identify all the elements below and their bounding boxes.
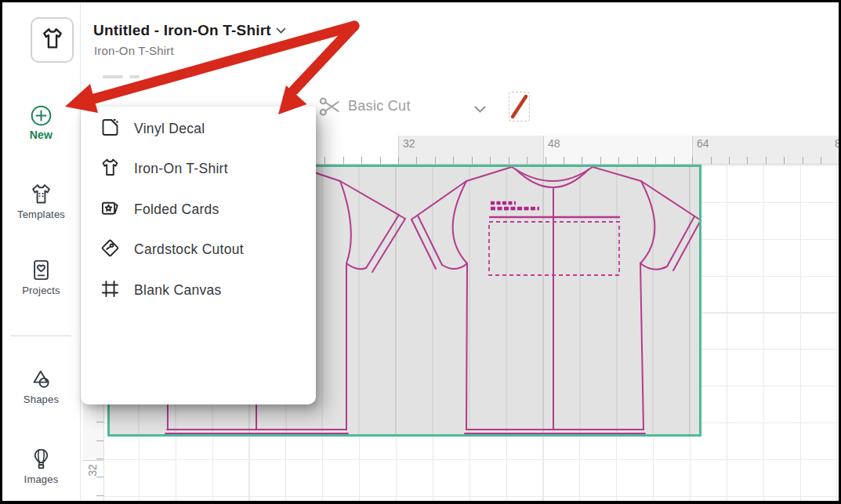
ruler-label-80: 8 bbox=[835, 137, 841, 150]
sidebar-item-images[interactable]: Images bbox=[2, 447, 80, 485]
cardstock-cutout-icon bbox=[100, 237, 121, 262]
menu-item-iron-on-tshirt[interactable]: Iron-On T-Shirt bbox=[81, 151, 316, 186]
menu-item-label: Folded Cards bbox=[134, 201, 219, 218]
tshirt-icon bbox=[40, 26, 65, 54]
sidebar-item-label: New bbox=[2, 129, 80, 141]
color-swatch-none[interactable] bbox=[509, 92, 530, 121]
ruler-label-64: 64 bbox=[697, 137, 709, 150]
sidebar-item-new[interactable]: New bbox=[2, 105, 80, 141]
page-title: Untitled - Iron-On T-Shirt bbox=[93, 22, 271, 39]
sidebar-item-label: Shapes bbox=[2, 393, 80, 405]
menu-item-label: Blank Canvas bbox=[134, 282, 222, 299]
templates-tshirt-icon bbox=[2, 182, 80, 206]
menu-item-folded-cards[interactable]: Folded Cards bbox=[81, 192, 316, 227]
app-window: 32 48 64 8 32 bbox=[0, 0, 841, 504]
project-subtitle: Iron-On T-Shirt bbox=[94, 44, 174, 57]
sidebar-item-templates[interactable]: Templates bbox=[2, 182, 80, 220]
menu-item-label: Cardstock Cutout bbox=[134, 241, 244, 258]
menu-item-cardstock-cutout[interactable]: Cardstock Cutout bbox=[81, 232, 316, 267]
menu-item-label: Vinyl Decal bbox=[134, 121, 205, 137]
menu-item-vinyl-decal[interactable]: Vinyl Decal bbox=[81, 111, 316, 146]
menu-item-blank-canvas[interactable]: Blank Canvas bbox=[81, 273, 316, 307]
project-type-icon-box[interactable] bbox=[31, 17, 74, 63]
new-project-dropdown-menu: Vinyl Decal Iron-On T-Shirt Folded Cards bbox=[81, 107, 316, 404]
ruler-label-v32: 32 bbox=[86, 462, 99, 478]
operation-select-label[interactable]: Basic Cut bbox=[348, 98, 411, 114]
scissors-icon bbox=[318, 95, 342, 121]
sidebar-item-label: Templates bbox=[2, 208, 80, 220]
sidebar-item-shapes[interactable]: Shapes bbox=[2, 367, 80, 405]
sidebar-divider bbox=[10, 335, 71, 336]
iron-on-tshirt-icon bbox=[100, 157, 121, 181]
sidebar: New Templates Projects bbox=[2, 2, 81, 501]
hidden-toolbar-fragment bbox=[103, 75, 123, 78]
sidebar-item-label: Projects bbox=[2, 285, 80, 296]
menu-item-label: Iron-On T-Shirt bbox=[134, 161, 228, 177]
new-plus-icon bbox=[2, 105, 80, 126]
sidebar-item-projects[interactable]: Projects bbox=[2, 258, 80, 296]
images-balloon-icon bbox=[2, 447, 80, 471]
blank-canvas-icon bbox=[100, 278, 121, 303]
ruler-label-48: 48 bbox=[548, 137, 560, 150]
hidden-toolbar-fragment bbox=[129, 75, 140, 78]
folded-cards-icon bbox=[100, 198, 121, 222]
shapes-icon bbox=[2, 367, 80, 391]
project-title-row[interactable]: Untitled - Iron-On T-Shirt bbox=[93, 22, 286, 39]
chevron-down-icon[interactable] bbox=[474, 103, 486, 117]
chevron-down-icon[interactable] bbox=[276, 24, 286, 38]
vinyl-decal-icon bbox=[100, 117, 121, 141]
ruler-label-32: 32 bbox=[403, 137, 415, 150]
sidebar-item-label: Images bbox=[2, 473, 80, 485]
projects-card-icon bbox=[2, 258, 80, 282]
